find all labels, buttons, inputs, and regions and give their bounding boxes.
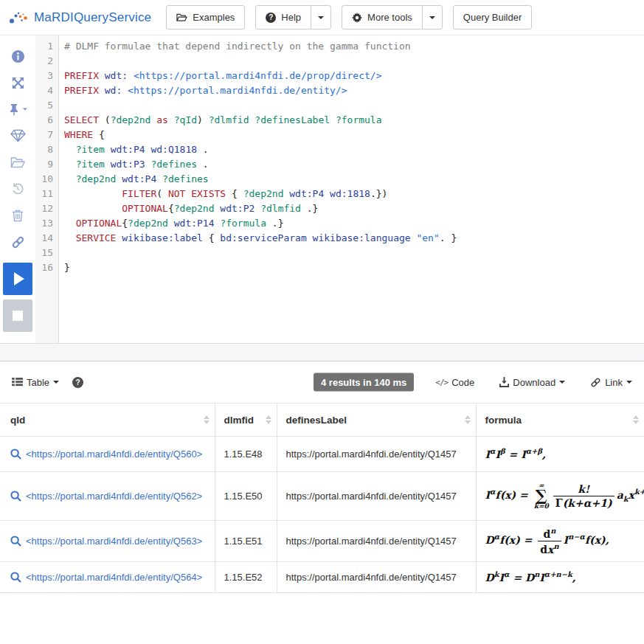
query-workspace: 1# DLMF formulae that depend indirectly … <box>0 35 644 344</box>
formula-math: IαIβ = Iα+β, <box>485 449 546 460</box>
open-folder-icon <box>176 13 187 22</box>
column-header-formula[interactable]: formula <box>476 404 644 437</box>
stop-icon <box>13 311 23 321</box>
more-tools-dropdown-button[interactable] <box>422 5 443 30</box>
dlmfid-cell: 1.15.E50 <box>215 472 277 521</box>
format-gem-icon[interactable] <box>0 122 35 149</box>
help-dropdown-button[interactable] <box>311 5 331 30</box>
entity-link[interactable]: <https://portal.mardi4nfdi.de/entity/Q56… <box>26 491 202 502</box>
results-table-body: <https://portal.mardi4nfdi.de/entity/Q56… <box>0 437 644 593</box>
more-tools-label: More tools <box>367 12 412 23</box>
table-row: <https://portal.mardi4nfdi.de/entity/Q56… <box>0 472 644 521</box>
search-icon <box>10 491 21 502</box>
download-icon <box>499 377 509 387</box>
defineslabel-cell: https://portal.mardi4nfdi.de/entity/Q145… <box>277 437 476 472</box>
link-icon <box>590 377 601 388</box>
help-label: Help <box>281 12 301 23</box>
formula-cell: Dαf(x) = dndxnIn−αf(x), <box>476 521 644 562</box>
help-button[interactable]: ? Help <box>255 5 311 30</box>
code-label: Code <box>451 377 474 388</box>
sort-icon <box>633 415 639 424</box>
defineslabel-cell: https://portal.mardi4nfdi.de/entity/Q145… <box>277 561 476 592</box>
qid-cell: <https://portal.mardi4nfdi.de/entity/Q56… <box>0 521 215 562</box>
sort-icon <box>465 415 471 424</box>
qid-cell: <https://portal.mardi4nfdi.de/entity/Q56… <box>0 561 215 592</box>
formula-math: Iαf(x) = ∞∑k=0k!Γ(k+α+1)akxk+α. <box>485 489 644 501</box>
table-icon <box>12 378 23 387</box>
more-tools-button[interactable]: More tools <box>342 5 423 30</box>
restore-icon[interactable] <box>0 176 35 202</box>
entity-link[interactable]: <https://portal.mardi4nfdi.de/entity/Q56… <box>26 536 202 547</box>
run-query-button[interactable] <box>3 263 32 295</box>
pin-icon[interactable] <box>0 96 35 122</box>
results-header-row: qId dlmfid definesLabel formula <box>0 404 644 437</box>
chevron-down-icon <box>318 16 324 19</box>
sparql-editor[interactable]: 1# DLMF formulae that depend indirectly … <box>35 35 644 343</box>
run-play-icon <box>14 272 24 285</box>
chevron-down-icon <box>626 381 632 384</box>
navbar: MaRDIQueryService Examples ? Help <box>0 0 644 35</box>
sort-icon <box>204 415 210 424</box>
open-folder-icon[interactable] <box>0 149 35 176</box>
editor-side-toolbar <box>0 35 35 343</box>
result-view-label: Table <box>27 377 49 388</box>
dlmfid-cell: 1.15.E52 <box>215 561 277 592</box>
column-label: formula <box>485 415 522 426</box>
column-label: dlmfid <box>224 415 255 426</box>
formula-math: DkIα = DnIα+n−k, <box>485 572 576 584</box>
download-button[interactable]: Download <box>499 377 565 388</box>
code-lines: 1# DLMF formulae that depend indirectly … <box>35 35 644 275</box>
results-help-icon[interactable]: ? <box>72 377 83 388</box>
examples-label: Examples <box>193 12 235 23</box>
results-status-badge: 4 results in 140 ms <box>314 373 414 392</box>
dlmfid-cell: 1.15.E51 <box>215 521 277 562</box>
table-row: <https://portal.mardi4nfdi.de/entity/Q56… <box>0 437 644 472</box>
examples-button[interactable]: Examples <box>166 5 245 30</box>
brand[interactable]: MaRDIQueryService <box>9 10 151 26</box>
query-builder-button[interactable]: Query Builder <box>453 5 532 30</box>
help-icon: ? <box>266 13 276 23</box>
clear-trash-icon[interactable] <box>0 202 35 229</box>
formula-cell: DkIα = DnIα+n−k, <box>476 561 644 592</box>
download-label: Download <box>513 377 555 388</box>
results-toolbar: Table ? 4 results in 140 ms </> Code Dow… <box>0 361 644 403</box>
search-icon <box>10 449 21 460</box>
permalink-icon[interactable] <box>0 229 35 255</box>
column-label: definesLabel <box>286 415 347 426</box>
defineslabel-cell: https://portal.mardi4nfdi.de/entity/Q145… <box>277 472 476 521</box>
column-label: qId <box>10 415 25 426</box>
search-icon <box>10 572 21 583</box>
result-view-selector[interactable]: Table <box>12 377 59 388</box>
app-title: MaRDIQueryService <box>34 10 151 25</box>
info-icon[interactable] <box>0 43 35 69</box>
results-section: Table ? 4 results in 140 ms </> Code Dow… <box>0 361 644 593</box>
column-header-defineslabel[interactable]: definesLabel <box>277 404 476 437</box>
sort-icon <box>266 415 271 424</box>
link-label: Link <box>605 377 623 388</box>
chevron-down-icon <box>53 381 59 384</box>
chevron-down-icon <box>429 16 435 19</box>
code-button[interactable]: </> Code <box>435 377 474 388</box>
defineslabel-cell: https://portal.mardi4nfdi.de/entity/Q145… <box>277 521 476 562</box>
table-row: <https://portal.mardi4nfdi.de/entity/Q56… <box>0 561 644 592</box>
formula-cell: IαIβ = Iα+β, <box>476 437 644 472</box>
column-header-qid[interactable]: qId <box>0 404 215 437</box>
query-builder-label: Query Builder <box>463 12 522 23</box>
entity-link[interactable]: <https://portal.mardi4nfdi.de/entity/Q56… <box>26 449 202 460</box>
entity-link[interactable]: <https://portal.mardi4nfdi.de/entity/Q56… <box>26 572 202 583</box>
results-table: qId dlmfid definesLabel formula <box>0 403 644 593</box>
qid-cell: <https://portal.mardi4nfdi.de/entity/Q56… <box>0 472 215 521</box>
chevron-down-icon <box>559 381 565 384</box>
fullscreen-icon[interactable] <box>0 69 35 96</box>
code-icon: </> <box>435 378 448 387</box>
formula-cell: Iαf(x) = ∞∑k=0k!Γ(k+α+1)akxk+α. <box>476 472 644 521</box>
table-row: <https://portal.mardi4nfdi.de/entity/Q56… <box>0 521 644 562</box>
qid-cell: <https://portal.mardi4nfdi.de/entity/Q56… <box>0 437 215 472</box>
search-icon <box>10 536 21 547</box>
gear-icon <box>352 13 362 23</box>
stop-query-button[interactable] <box>3 300 32 332</box>
link-button[interactable]: Link <box>590 377 632 388</box>
chevron-down-icon <box>22 108 27 110</box>
mardi-logo-icon <box>9 10 29 26</box>
column-header-dlmfid[interactable]: dlmfid <box>215 404 277 437</box>
